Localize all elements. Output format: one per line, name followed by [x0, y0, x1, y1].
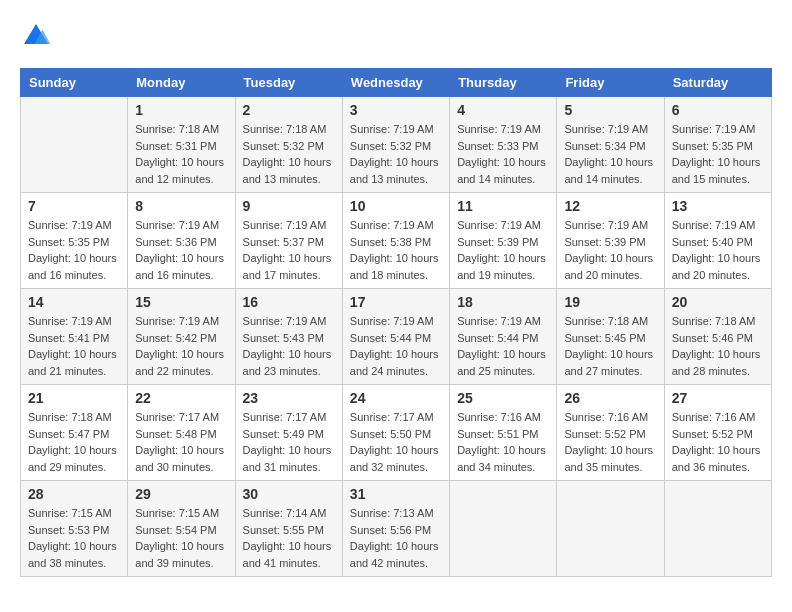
day-number: 19: [564, 294, 656, 310]
day-cell: 29Sunrise: 7:15 AMSunset: 5:54 PMDayligh…: [128, 481, 235, 577]
day-info: Sunrise: 7:19 AMSunset: 5:39 PMDaylight:…: [457, 217, 549, 283]
day-cell: 5Sunrise: 7:19 AMSunset: 5:34 PMDaylight…: [557, 97, 664, 193]
logo-icon: [20, 20, 52, 52]
day-cell: 28Sunrise: 7:15 AMSunset: 5:53 PMDayligh…: [21, 481, 128, 577]
day-cell: 22Sunrise: 7:17 AMSunset: 5:48 PMDayligh…: [128, 385, 235, 481]
day-number: 12: [564, 198, 656, 214]
day-cell: 15Sunrise: 7:19 AMSunset: 5:42 PMDayligh…: [128, 289, 235, 385]
day-info: Sunrise: 7:19 AMSunset: 5:44 PMDaylight:…: [350, 313, 442, 379]
day-number: 26: [564, 390, 656, 406]
header-cell-tuesday: Tuesday: [235, 69, 342, 97]
day-cell: 9Sunrise: 7:19 AMSunset: 5:37 PMDaylight…: [235, 193, 342, 289]
day-number: 31: [350, 486, 442, 502]
day-number: 20: [672, 294, 764, 310]
day-cell: [664, 481, 771, 577]
day-number: 28: [28, 486, 120, 502]
day-cell: 26Sunrise: 7:16 AMSunset: 5:52 PMDayligh…: [557, 385, 664, 481]
day-cell: 10Sunrise: 7:19 AMSunset: 5:38 PMDayligh…: [342, 193, 449, 289]
day-info: Sunrise: 7:16 AMSunset: 5:52 PMDaylight:…: [564, 409, 656, 475]
day-cell: 11Sunrise: 7:19 AMSunset: 5:39 PMDayligh…: [450, 193, 557, 289]
day-cell: 19Sunrise: 7:18 AMSunset: 5:45 PMDayligh…: [557, 289, 664, 385]
day-number: 4: [457, 102, 549, 118]
day-number: 10: [350, 198, 442, 214]
day-cell: 8Sunrise: 7:19 AMSunset: 5:36 PMDaylight…: [128, 193, 235, 289]
day-info: Sunrise: 7:19 AMSunset: 5:33 PMDaylight:…: [457, 121, 549, 187]
week-row-4: 21Sunrise: 7:18 AMSunset: 5:47 PMDayligh…: [21, 385, 772, 481]
day-number: 29: [135, 486, 227, 502]
day-info: Sunrise: 7:19 AMSunset: 5:32 PMDaylight:…: [350, 121, 442, 187]
day-cell: 1Sunrise: 7:18 AMSunset: 5:31 PMDaylight…: [128, 97, 235, 193]
day-info: Sunrise: 7:17 AMSunset: 5:48 PMDaylight:…: [135, 409, 227, 475]
day-number: 23: [243, 390, 335, 406]
day-number: 5: [564, 102, 656, 118]
day-info: Sunrise: 7:18 AMSunset: 5:31 PMDaylight:…: [135, 121, 227, 187]
day-info: Sunrise: 7:19 AMSunset: 5:41 PMDaylight:…: [28, 313, 120, 379]
day-cell: 14Sunrise: 7:19 AMSunset: 5:41 PMDayligh…: [21, 289, 128, 385]
day-cell: 31Sunrise: 7:13 AMSunset: 5:56 PMDayligh…: [342, 481, 449, 577]
day-info: Sunrise: 7:19 AMSunset: 5:34 PMDaylight:…: [564, 121, 656, 187]
day-cell: 13Sunrise: 7:19 AMSunset: 5:40 PMDayligh…: [664, 193, 771, 289]
header-cell-friday: Friday: [557, 69, 664, 97]
day-info: Sunrise: 7:19 AMSunset: 5:36 PMDaylight:…: [135, 217, 227, 283]
day-info: Sunrise: 7:19 AMSunset: 5:40 PMDaylight:…: [672, 217, 764, 283]
day-info: Sunrise: 7:18 AMSunset: 5:32 PMDaylight:…: [243, 121, 335, 187]
day-number: 30: [243, 486, 335, 502]
week-row-2: 7Sunrise: 7:19 AMSunset: 5:35 PMDaylight…: [21, 193, 772, 289]
header-cell-monday: Monday: [128, 69, 235, 97]
day-cell: 21Sunrise: 7:18 AMSunset: 5:47 PMDayligh…: [21, 385, 128, 481]
day-number: 22: [135, 390, 227, 406]
day-cell: 23Sunrise: 7:17 AMSunset: 5:49 PMDayligh…: [235, 385, 342, 481]
day-info: Sunrise: 7:13 AMSunset: 5:56 PMDaylight:…: [350, 505, 442, 571]
day-cell: 12Sunrise: 7:19 AMSunset: 5:39 PMDayligh…: [557, 193, 664, 289]
page-header: [20, 20, 772, 52]
day-cell: 4Sunrise: 7:19 AMSunset: 5:33 PMDaylight…: [450, 97, 557, 193]
day-number: 21: [28, 390, 120, 406]
day-info: Sunrise: 7:15 AMSunset: 5:54 PMDaylight:…: [135, 505, 227, 571]
day-info: Sunrise: 7:19 AMSunset: 5:43 PMDaylight:…: [243, 313, 335, 379]
day-number: 18: [457, 294, 549, 310]
header-cell-saturday: Saturday: [664, 69, 771, 97]
day-info: Sunrise: 7:19 AMSunset: 5:39 PMDaylight:…: [564, 217, 656, 283]
day-info: Sunrise: 7:16 AMSunset: 5:51 PMDaylight:…: [457, 409, 549, 475]
day-cell: [21, 97, 128, 193]
day-cell: 20Sunrise: 7:18 AMSunset: 5:46 PMDayligh…: [664, 289, 771, 385]
day-info: Sunrise: 7:19 AMSunset: 5:35 PMDaylight:…: [28, 217, 120, 283]
day-info: Sunrise: 7:17 AMSunset: 5:50 PMDaylight:…: [350, 409, 442, 475]
day-info: Sunrise: 7:17 AMSunset: 5:49 PMDaylight:…: [243, 409, 335, 475]
calendar-header: SundayMondayTuesdayWednesdayThursdayFrid…: [21, 69, 772, 97]
day-number: 3: [350, 102, 442, 118]
day-info: Sunrise: 7:18 AMSunset: 5:46 PMDaylight:…: [672, 313, 764, 379]
day-number: 27: [672, 390, 764, 406]
day-info: Sunrise: 7:18 AMSunset: 5:45 PMDaylight:…: [564, 313, 656, 379]
day-info: Sunrise: 7:14 AMSunset: 5:55 PMDaylight:…: [243, 505, 335, 571]
day-cell: 27Sunrise: 7:16 AMSunset: 5:52 PMDayligh…: [664, 385, 771, 481]
day-info: Sunrise: 7:19 AMSunset: 5:44 PMDaylight:…: [457, 313, 549, 379]
day-number: 11: [457, 198, 549, 214]
day-number: 25: [457, 390, 549, 406]
day-number: 2: [243, 102, 335, 118]
day-info: Sunrise: 7:19 AMSunset: 5:35 PMDaylight:…: [672, 121, 764, 187]
day-number: 16: [243, 294, 335, 310]
calendar-body: 1Sunrise: 7:18 AMSunset: 5:31 PMDaylight…: [21, 97, 772, 577]
day-number: 13: [672, 198, 764, 214]
day-cell: 30Sunrise: 7:14 AMSunset: 5:55 PMDayligh…: [235, 481, 342, 577]
day-cell: 2Sunrise: 7:18 AMSunset: 5:32 PMDaylight…: [235, 97, 342, 193]
week-row-5: 28Sunrise: 7:15 AMSunset: 5:53 PMDayligh…: [21, 481, 772, 577]
day-cell: 17Sunrise: 7:19 AMSunset: 5:44 PMDayligh…: [342, 289, 449, 385]
header-cell-thursday: Thursday: [450, 69, 557, 97]
day-cell: 18Sunrise: 7:19 AMSunset: 5:44 PMDayligh…: [450, 289, 557, 385]
day-info: Sunrise: 7:19 AMSunset: 5:42 PMDaylight:…: [135, 313, 227, 379]
day-info: Sunrise: 7:16 AMSunset: 5:52 PMDaylight:…: [672, 409, 764, 475]
day-info: Sunrise: 7:18 AMSunset: 5:47 PMDaylight:…: [28, 409, 120, 475]
day-info: Sunrise: 7:15 AMSunset: 5:53 PMDaylight:…: [28, 505, 120, 571]
day-info: Sunrise: 7:19 AMSunset: 5:38 PMDaylight:…: [350, 217, 442, 283]
day-number: 1: [135, 102, 227, 118]
calendar-table: SundayMondayTuesdayWednesdayThursdayFrid…: [20, 68, 772, 577]
day-number: 7: [28, 198, 120, 214]
day-number: 15: [135, 294, 227, 310]
day-cell: 6Sunrise: 7:19 AMSunset: 5:35 PMDaylight…: [664, 97, 771, 193]
day-number: 24: [350, 390, 442, 406]
header-row: SundayMondayTuesdayWednesdayThursdayFrid…: [21, 69, 772, 97]
day-cell: 24Sunrise: 7:17 AMSunset: 5:50 PMDayligh…: [342, 385, 449, 481]
week-row-1: 1Sunrise: 7:18 AMSunset: 5:31 PMDaylight…: [21, 97, 772, 193]
